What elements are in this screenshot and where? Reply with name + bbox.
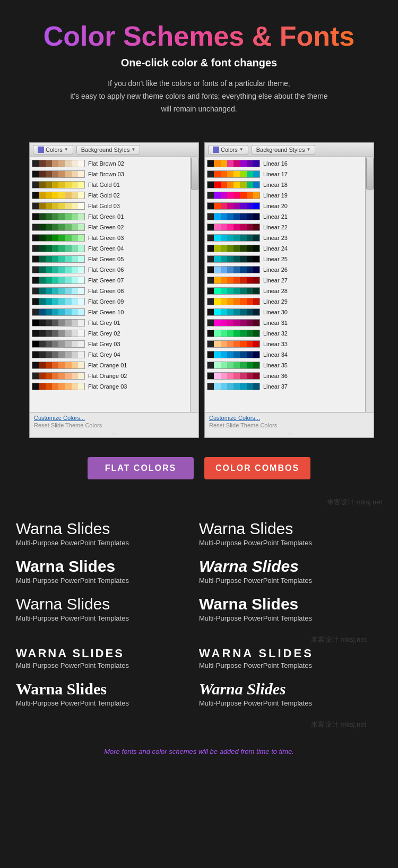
item-label: Flat Gold 01	[88, 182, 120, 188]
font-sample-title: WARNA SLIDES	[16, 647, 199, 660]
item-label: Linear 30	[263, 309, 288, 315]
list-item[interactable]: Flat Green 06	[30, 264, 198, 275]
list-item[interactable]: Flat Green 04	[30, 243, 198, 254]
left-color-panel[interactable]: Colors ▼ Background Styles ▼ Flat Brown …	[29, 142, 199, 438]
list-item[interactable]: Flat Orange 01	[30, 360, 198, 371]
item-label: Linear 22	[263, 224, 288, 230]
right-panel-list: Linear 16Linear 17Linear 18Linear 19Line…	[205, 157, 374, 412]
item-label: Flat Green 06	[88, 267, 124, 273]
list-item[interactable]: Flat Grey 01	[30, 317, 198, 328]
item-label: Flat Green 05	[88, 256, 124, 262]
reset-link-left[interactable]: Reset Slide Theme Colors	[34, 422, 194, 428]
colors-icon-left	[38, 147, 44, 153]
list-item[interactable]: Linear 22	[205, 222, 374, 233]
bg-arrow-left: ▼	[131, 147, 135, 152]
list-item[interactable]: Linear 16	[205, 158, 374, 169]
font-sample-subtitle: Multi-Purpose PowerPoint Templates	[16, 539, 199, 547]
font-sample-row: Warna SlidesMulti-Purpose PowerPoint Tem…	[16, 595, 382, 622]
font-sample-subtitle: Multi-Purpose PowerPoint Templates	[16, 661, 199, 669]
item-label: Linear 23	[263, 235, 288, 241]
left-scrollbar[interactable]	[190, 157, 198, 412]
item-label: Linear 31	[263, 320, 288, 326]
list-item[interactable]: Flat Orange 02	[30, 371, 198, 381]
reset-link-right[interactable]: Reset Slide Theme Colors	[209, 422, 369, 428]
list-item[interactable]: Linear 18	[205, 179, 374, 190]
bg-arrow-right: ▼	[306, 147, 310, 152]
list-item[interactable]: Linear 19	[205, 190, 374, 201]
list-item[interactable]: Flat Brown 03	[30, 169, 198, 179]
list-item[interactable]: Linear 30	[205, 307, 374, 317]
list-item[interactable]: Flat Orange 03	[30, 381, 198, 392]
list-item[interactable]: Flat Green 09	[30, 296, 198, 307]
list-item[interactable]: Linear 28	[205, 286, 374, 296]
right-scrollbar[interactable]	[365, 157, 374, 412]
list-item[interactable]: Linear 31	[205, 317, 374, 328]
list-item[interactable]: Flat Green 03	[30, 233, 198, 243]
list-item[interactable]: Flat Gold 02	[30, 190, 198, 201]
left-panel: Colors ▼ Background Styles ▼ Flat Brown …	[29, 142, 194, 438]
right-panel: Colors ▼ Background Styles ▼ Linear 16Li…	[204, 142, 369, 438]
bg-button-left[interactable]: Background Styles ▼	[76, 145, 141, 154]
list-item[interactable]: Flat Green 02	[30, 222, 198, 233]
colors-button-left[interactable]: Colors ▼	[33, 145, 73, 154]
list-item[interactable]: Linear 17	[205, 169, 374, 179]
list-item[interactable]: Linear 35	[205, 360, 374, 371]
left-panel-list: Flat Brown 02Flat Brown 03Flat Gold 01Fl…	[30, 157, 198, 412]
item-label: Linear 16	[263, 160, 288, 167]
list-item[interactable]: Linear 37	[205, 381, 374, 392]
list-item[interactable]: Flat Green 05	[30, 254, 198, 264]
combo-label[interactable]: COLOR COMBOS	[204, 457, 310, 479]
list-item[interactable]: Linear 25	[205, 254, 374, 264]
customize-link-left[interactable]: Customize Colors...	[34, 415, 194, 421]
list-item[interactable]: Linear 29	[205, 296, 374, 307]
list-item[interactable]: Linear 26	[205, 264, 374, 275]
flat-label[interactable]: FLAT COLORS	[88, 457, 194, 479]
item-label: Linear 34	[263, 351, 288, 358]
list-item[interactable]: Linear 36	[205, 371, 374, 381]
font-sample-title: Warna Slides	[16, 520, 199, 538]
list-item[interactable]: Flat Gold 03	[30, 201, 198, 211]
list-item[interactable]: Flat Grey 02	[30, 328, 198, 339]
font-sample-subtitle: Multi-Purpose PowerPoint Templates	[199, 614, 382, 622]
item-label: Linear 21	[263, 213, 288, 220]
list-item[interactable]: Flat Green 10	[30, 307, 198, 317]
item-label: Flat Green 10	[88, 309, 124, 315]
colors-button-right[interactable]: Colors ▼	[208, 145, 248, 154]
customize-link-right[interactable]: Customize Colors...	[209, 415, 369, 421]
bg-button-right[interactable]: Background Styles ▼	[252, 145, 316, 154]
font-sample-subtitle: Multi-Purpose PowerPoint Templates	[199, 577, 382, 585]
list-item[interactable]: Flat Green 01	[30, 211, 198, 222]
item-label: Flat Brown 02	[88, 160, 124, 167]
left-scrollbar-thumb[interactable]	[191, 158, 198, 190]
list-item[interactable]: Linear 33	[205, 339, 374, 349]
font-sample-title: Warna Slides	[16, 680, 199, 698]
list-item[interactable]: Linear 21	[205, 211, 374, 222]
font-sample-subtitle: Multi-Purpose PowerPoint Templates	[16, 699, 199, 707]
item-label: Flat Green 04	[88, 245, 124, 252]
right-color-panel[interactable]: Colors ▼ Background Styles ▼ Linear 16Li…	[204, 142, 374, 438]
item-label: Flat Green 03	[88, 235, 124, 241]
list-item[interactable]: Flat Green 08	[30, 286, 198, 296]
list-item[interactable]: Linear 34	[205, 349, 374, 360]
list-item[interactable]: Flat Grey 04	[30, 349, 198, 360]
list-item[interactable]: Linear 27	[205, 275, 374, 286]
font-col-right: Warna SlidesMulti-Purpose PowerPoint Tem…	[199, 595, 382, 622]
right-scrollbar-thumb[interactable]	[366, 158, 374, 190]
watermark-mid: 米客设计 mksj.net	[16, 633, 382, 647]
list-item[interactable]: Flat Gold 01	[30, 179, 198, 190]
font-sample-row: Warna SlidesMulti-Purpose PowerPoint Tem…	[16, 557, 382, 585]
list-item[interactable]: Linear 32	[205, 328, 374, 339]
description: If you don't like the colors or fonts of…	[50, 78, 348, 115]
list-item[interactable]: Flat Brown 02	[30, 158, 198, 169]
list-item[interactable]: Linear 23	[205, 233, 374, 243]
font-sample-title: Warna Slides	[199, 680, 382, 698]
list-item[interactable]: Flat Green 07	[30, 275, 198, 286]
font-col-left: Warna SlidesMulti-Purpose PowerPoint Tem…	[16, 520, 199, 547]
item-label: Linear 26	[263, 267, 288, 273]
list-item[interactable]: Linear 24	[205, 243, 374, 254]
labels-row: FLAT COLORS COLOR COMBOS	[0, 449, 398, 495]
font-sample-row: Warna SlidesMulti-Purpose PowerPoint Tem…	[16, 680, 382, 707]
list-item[interactable]: Linear 20	[205, 201, 374, 211]
list-item[interactable]: Flat Grey 03	[30, 339, 198, 349]
item-label: Flat Green 02	[88, 224, 124, 230]
